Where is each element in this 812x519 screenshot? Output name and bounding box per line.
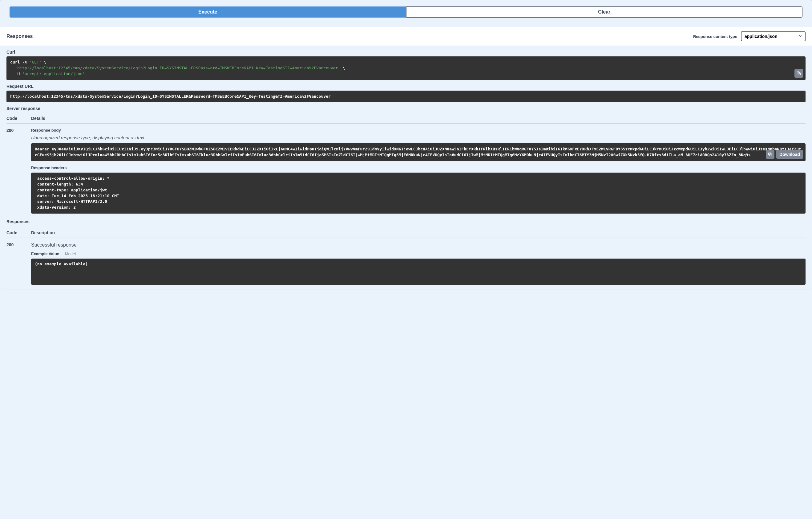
response-headers-block: access-control-allow-origin: * content-l…: [31, 172, 806, 214]
response-body-block: Bearer eyJ0eXAiOiJKV1QiLCJhbGciOiJIUzI1N…: [31, 143, 806, 161]
tab-model[interactable]: Model: [65, 251, 76, 256]
server-response-label: Server response: [6, 106, 806, 111]
download-button[interactable]: Download: [776, 150, 803, 159]
doc-code: 200: [6, 242, 31, 285]
example-block: (no example available): [31, 258, 806, 285]
doc-description: Successful response: [31, 242, 806, 248]
unrecognized-note: Unrecognized response type; displaying c…: [31, 135, 806, 140]
copy-body-button[interactable]: [766, 150, 775, 159]
curl-block: curl -X 'GET' \ 'http://localhost:12345/…: [6, 56, 806, 80]
response-code: 200: [6, 128, 31, 214]
code-header: Code: [6, 116, 31, 121]
curl-label: Curl: [6, 50, 806, 55]
content-type-label: Response content type: [693, 34, 737, 39]
documented-responses-title: Responses: [6, 218, 806, 227]
execute-button[interactable]: Execute: [9, 6, 406, 18]
request-url-block: http://localhost:12345/tms/xdata/SystemS…: [6, 91, 806, 103]
request-url-label: Request URL: [6, 84, 806, 89]
details-header: Details: [31, 116, 806, 121]
clear-button[interactable]: Clear: [406, 6, 803, 18]
doc-code-header: Code: [6, 230, 31, 235]
response-headers-label: Response headers: [31, 165, 806, 170]
content-type-select[interactable]: application/json: [741, 31, 806, 41]
responses-title: Responses: [6, 34, 33, 39]
tab-example-value[interactable]: Example Value: [31, 251, 59, 256]
doc-desc-header: Description: [31, 230, 806, 235]
copy-curl-button[interactable]: [794, 69, 803, 78]
response-body-label: Response body: [31, 128, 806, 133]
